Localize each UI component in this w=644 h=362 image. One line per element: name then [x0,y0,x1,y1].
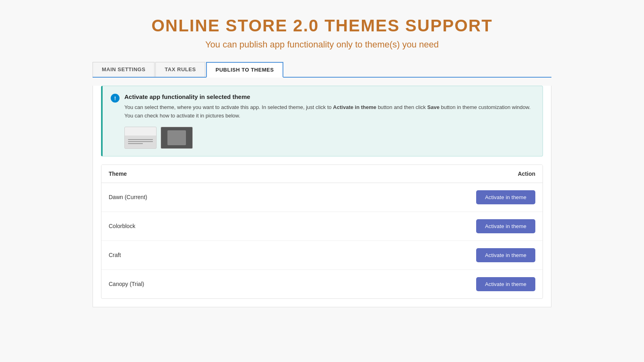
screenshot-inner [167,130,186,145]
screenshot-line [128,143,143,144]
info-text-line2: You can check how to activate it in pict… [124,113,240,119]
content-area: ! Activate app functionality in selected… [93,86,551,307]
theme-action-cell: Activate in theme [286,269,543,298]
screenshot-line [128,141,153,142]
theme-action-cell: Activate in theme [286,241,543,269]
tab-publish-to-themes[interactable]: PUBLISH TO THEMES [206,62,284,78]
table-row: Canopy (Trial)Activate in theme [101,269,543,298]
info-text-bold1: Activate in theme [333,104,376,110]
info-box-title: Activate app functionality in selected t… [124,93,530,100]
screenshot-line [128,139,153,140]
page-subtitle: You can publish app functionality only t… [8,39,636,50]
themes-table-container: Theme Action Dawn (Current)Activate in t… [101,165,543,299]
themes-table-body: Dawn (Current)Activate in themeColorbloc… [101,183,543,298]
info-box: ! Activate app functionality in selected… [101,86,543,156]
activate-theme-button[interactable]: Activate in theme [476,248,535,262]
theme-name: Dawn (Current) [101,183,286,212]
col-theme: Theme [101,165,286,183]
theme-name: Canopy (Trial) [101,269,286,298]
theme-action-cell: Activate in theme [286,183,543,212]
page-header: ONLINE STORE 2.0 THEMES SUPPORT You can … [0,0,644,62]
main-container: MAIN SETTINGS TAX RULES PUBLISH TO THEME… [60,62,584,307]
screenshot-thumb-2 [161,127,193,149]
col-action: Action [286,165,543,183]
info-icon: ! [111,94,120,103]
screenshot-row [124,127,530,149]
activate-theme-button[interactable]: Activate in theme [476,190,535,204]
info-text-part1: You can select theme, where you want to … [124,104,333,110]
page-title: ONLINE STORE 2.0 THEMES SUPPORT [8,16,636,35]
activate-theme-button[interactable]: Activate in theme [476,219,535,233]
theme-name: Craft [101,241,286,269]
tab-main-settings[interactable]: MAIN SETTINGS [93,62,155,77]
themes-table-header-row: Theme Action [101,165,543,183]
screenshot-lines [128,139,153,145]
table-row: Dawn (Current)Activate in theme [101,183,543,212]
themes-table-head: Theme Action [101,165,543,183]
table-row: CraftActivate in theme [101,241,543,269]
info-text-bold2: Save [427,104,440,110]
info-text-part2: button and then click [376,104,427,110]
themes-table: Theme Action Dawn (Current)Activate in t… [101,165,543,298]
theme-name: Colorblock [101,212,286,241]
info-box-content: Activate app functionality in selected t… [124,93,530,149]
activate-theme-button[interactable]: Activate in theme [476,277,535,291]
table-row: ColorblockActivate in theme [101,212,543,241]
screenshot-thumb-1 [124,127,157,149]
tab-bar: MAIN SETTINGS TAX RULES PUBLISH TO THEME… [93,62,551,78]
tab-tax-rules[interactable]: TAX RULES [155,62,205,77]
info-text-part3: button in theme customization window. [440,104,530,110]
theme-action-cell: Activate in theme [286,212,543,241]
info-box-text: You can select theme, where you want to … [124,103,530,120]
